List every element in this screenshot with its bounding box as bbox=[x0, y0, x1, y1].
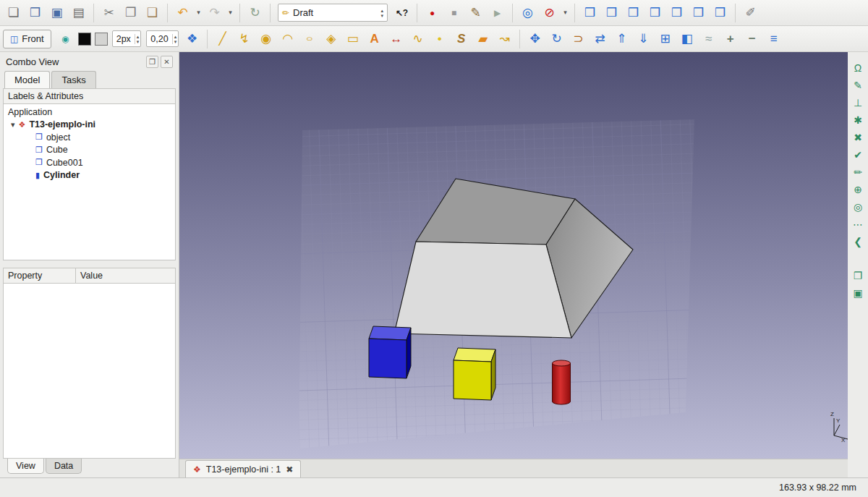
fit-all-button[interactable]: ◎ bbox=[517, 2, 538, 23]
redo-dropdown-button[interactable]: ▾ bbox=[226, 2, 235, 23]
scale-value[interactable]: 0,20 bbox=[147, 34, 171, 44]
view-rear-button[interactable]: ❒ bbox=[666, 2, 687, 23]
view-isometric-button[interactable]: ❒ bbox=[579, 2, 600, 23]
view-bottom-button[interactable]: ❒ bbox=[688, 2, 709, 23]
tab-view[interactable]: View bbox=[7, 459, 44, 474]
draft-downgrade-button[interactable]: ⇓ bbox=[633, 28, 654, 49]
view-right-button[interactable]: ❒ bbox=[644, 2, 665, 23]
macro-record-button[interactable]: ● bbox=[422, 2, 443, 23]
draft-upgrade-button[interactable]: ⇑ bbox=[611, 28, 632, 49]
macro-stop-button[interactable]: ■ bbox=[443, 2, 464, 23]
draw-edit-button[interactable]: ✏ bbox=[849, 163, 867, 180]
draft-bspline-button[interactable]: ∿ bbox=[407, 28, 428, 49]
draw-style-dropdown-button[interactable]: ▾ bbox=[561, 2, 570, 23]
clone-button[interactable]: ❐ bbox=[849, 267, 867, 284]
draft-trimex-button[interactable]: ⇄ bbox=[590, 28, 610, 49]
draft-rotate-button[interactable]: ↻ bbox=[546, 28, 567, 49]
open-document-button[interactable]: ❒ bbox=[25, 2, 46, 23]
draft-facebinder-button[interactable]: ▰ bbox=[472, 28, 493, 49]
draft-point-button[interactable]: • bbox=[429, 28, 450, 49]
draft-rectangle-button[interactable]: ▭ bbox=[342, 28, 363, 49]
tree-item-object[interactable]: ❒ object bbox=[4, 131, 175, 144]
draft-wire-to-bspline-button[interactable]: ≈ bbox=[698, 28, 719, 49]
upgrade-arrow-icon: ⇑ bbox=[617, 33, 627, 45]
circle-mode-button[interactable]: ◎ bbox=[849, 198, 867, 215]
draft-move-button[interactable]: ✥ bbox=[524, 28, 545, 49]
edit-pencil-button[interactable]: ✎ bbox=[849, 77, 867, 93]
draft-add-point-button[interactable]: + bbox=[720, 28, 741, 49]
view-top-button[interactable]: ❒ bbox=[623, 2, 644, 23]
redo-button[interactable]: ↷ bbox=[204, 2, 225, 23]
draft-shapestring-button[interactable]: S bbox=[451, 28, 472, 49]
close-panel-button[interactable]: ✕ bbox=[161, 56, 173, 68]
draft-arc-button[interactable]: ◠ bbox=[277, 28, 298, 49]
draft-circle-button[interactable]: ◉ bbox=[255, 28, 276, 49]
apply-style-button[interactable]: ❖ bbox=[182, 28, 203, 49]
lock-button[interactable]: Ω bbox=[849, 59, 867, 76]
tree-item-application[interactable]: Application bbox=[4, 106, 175, 119]
macro-play-button[interactable]: ▶ bbox=[487, 2, 508, 23]
draft-line-button[interactable]: ╱ bbox=[212, 28, 233, 49]
tab-tasks[interactable]: Tasks bbox=[51, 71, 95, 88]
scale-spinbox[interactable]: 0,20 ▴▾ bbox=[146, 30, 179, 47]
draft-scale-button[interactable]: ⊞ bbox=[655, 28, 676, 49]
red-cylinder-object[interactable] bbox=[553, 360, 571, 404]
close-tab-icon[interactable]: ✖ bbox=[286, 464, 293, 475]
view-front-button[interactable]: ❒ bbox=[601, 2, 622, 23]
more-options-button[interactable]: ⋯ bbox=[849, 216, 867, 232]
spinner-arrows-icon[interactable]: ▴▾ bbox=[172, 34, 179, 44]
snap-grid-button[interactable]: ✱ bbox=[849, 111, 867, 128]
line-width-value[interactable]: 2px bbox=[113, 34, 135, 44]
print-button[interactable]: ▤ bbox=[68, 2, 89, 23]
tree-item-cylinder[interactable]: ▮ Cylinder bbox=[4, 169, 175, 182]
whats-this-button[interactable]: ↖? bbox=[391, 2, 412, 23]
new-document-button[interactable]: ❏ bbox=[3, 2, 24, 23]
cancel-edit-button[interactable]: ✖ bbox=[849, 129, 867, 145]
document-tab[interactable]: ❖ T13-ejemplo-ini : 1 ✖ bbox=[185, 460, 301, 477]
tree-item-document[interactable]: ▾ ❖ T13-ejemplo-ini bbox=[4, 119, 175, 132]
accept-edit-button[interactable]: ✔ bbox=[849, 146, 867, 163]
draft-wire-button[interactable]: ↯ bbox=[234, 28, 255, 49]
working-plane-button[interactable]: ◫ Front bbox=[3, 30, 51, 48]
save-button[interactable]: ▣ bbox=[46, 2, 67, 23]
draft-remove-point-button[interactable]: − bbox=[741, 28, 762, 49]
dimension-tool-icon: ↔ bbox=[390, 33, 402, 45]
tree-item-cube[interactable]: ❒ Cube bbox=[4, 144, 175, 157]
line-width-spinbox[interactable]: 2px ▴▾ bbox=[112, 30, 142, 47]
undo-button[interactable]: ↶ bbox=[172, 2, 193, 23]
snap-toggle-button[interactable]: ◉ bbox=[55, 28, 76, 49]
3d-viewport[interactable]: Z Y X bbox=[179, 52, 848, 459]
draft-offset-button[interactable]: ⊃ bbox=[568, 28, 589, 49]
macro-edit-button[interactable]: ✎ bbox=[465, 2, 486, 23]
branch-expanded-icon[interactable]: ▾ bbox=[11, 121, 15, 129]
tree-item-cube001[interactable]: ❒ Cube001 bbox=[4, 156, 175, 169]
draft-text-button[interactable]: A bbox=[364, 28, 385, 49]
blue-cube-object[interactable] bbox=[369, 326, 411, 378]
line-color-swatch[interactable] bbox=[78, 33, 91, 46]
draft-bezier-button[interactable]: ↝ bbox=[494, 28, 515, 49]
paste-button[interactable]: ❑ bbox=[142, 2, 163, 23]
draft-polygon-button[interactable]: ◈ bbox=[320, 28, 341, 49]
draft-ellipse-button[interactable]: ○ bbox=[299, 28, 320, 49]
float-panel-button[interactable]: ❐ bbox=[146, 56, 158, 68]
workbench-selector[interactable]: ✏ Draft ▴▾ bbox=[278, 4, 388, 22]
draft-layers-button[interactable]: ≡ bbox=[763, 28, 784, 49]
back-button[interactable]: ❮ bbox=[849, 233, 867, 250]
face-color-swatch[interactable] bbox=[95, 33, 108, 46]
draft-dimension-button[interactable]: ↔ bbox=[386, 28, 407, 49]
draw-style-button[interactable]: ⊘ bbox=[539, 2, 560, 23]
select-face-button[interactable]: ▣ bbox=[849, 284, 867, 301]
yellow-cube-object[interactable] bbox=[454, 348, 495, 400]
tab-model[interactable]: Model bbox=[4, 71, 50, 88]
cut-button[interactable]: ✂ bbox=[98, 2, 119, 23]
copy-button[interactable]: ❐ bbox=[120, 2, 141, 23]
refresh-button[interactable]: ↻ bbox=[244, 2, 265, 23]
measure-distance-button[interactable]: ✐ bbox=[740, 2, 761, 23]
spinner-arrows-icon[interactable]: ▴▾ bbox=[135, 34, 141, 44]
perpendicular-button[interactable]: ⊥ bbox=[849, 94, 867, 111]
draft-mirror-button[interactable]: ◧ bbox=[676, 28, 697, 49]
add-element-button[interactable]: ⊕ bbox=[849, 181, 867, 197]
undo-dropdown-button[interactable]: ▾ bbox=[194, 2, 203, 23]
view-left-button[interactable]: ❒ bbox=[710, 2, 731, 23]
tab-data[interactable]: Data bbox=[46, 459, 82, 474]
